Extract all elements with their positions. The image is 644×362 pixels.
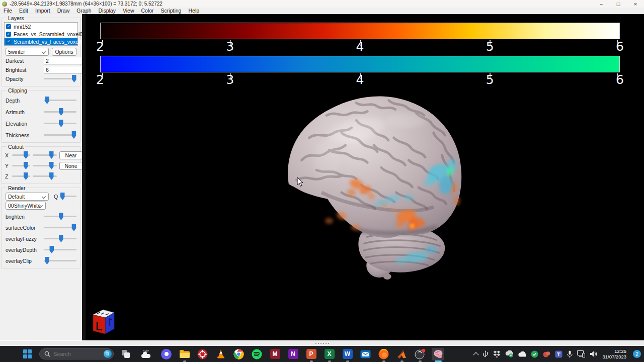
colormap-select[interactable]: 5winter xyxy=(6,48,49,56)
slider-thumb[interactable] xyxy=(24,172,28,180)
slider-thumb[interactable] xyxy=(59,108,63,116)
slider-thumb[interactable] xyxy=(72,75,76,82)
mricrogl-app[interactable] xyxy=(432,348,444,360)
vlc-app[interactable] xyxy=(214,348,227,360)
tray-app-icon[interactable] xyxy=(543,350,550,358)
layer-checkbox[interactable] xyxy=(6,39,11,44)
spotify-app[interactable] xyxy=(251,348,263,360)
file-explorer-app[interactable] xyxy=(178,348,191,360)
loom-app[interactable] xyxy=(160,348,173,360)
red-circle-app[interactable] xyxy=(196,348,209,360)
cutout-x-slider-2[interactable] xyxy=(33,151,57,159)
minimize-button[interactable]: − xyxy=(593,1,610,7)
slider-thumb[interactable] xyxy=(59,235,63,242)
layer-row-scrambled-vs-faces[interactable]: Scrambled_vs_Faces_voxel001_cFWE05 xyxy=(5,38,77,45)
cutout-x-slider-1[interactable] xyxy=(12,151,30,159)
cutout-y-slider-1[interactable] xyxy=(12,162,30,169)
firefox-app[interactable] xyxy=(377,348,390,360)
microphone-icon[interactable] xyxy=(567,350,573,358)
antivirus-check-icon[interactable] xyxy=(531,350,538,358)
slider-thumb[interactable] xyxy=(24,151,28,159)
weather-widget[interactable]: 16° xyxy=(137,348,154,360)
maximize-button[interactable]: □ xyxy=(610,1,627,7)
orientation-cube[interactable]: L xyxy=(89,308,116,337)
display-device-icon[interactable] xyxy=(577,350,585,357)
layer-row-mni152[interactable]: mni152 xyxy=(5,23,77,30)
matlab-app[interactable] xyxy=(395,348,408,360)
cutout-y-slider-2[interactable] xyxy=(33,162,57,169)
close-button[interactable]: × xyxy=(627,1,644,7)
mendeley-app[interactable]: M xyxy=(269,348,281,360)
material-select[interactable]: 00ShinyWhite xyxy=(6,202,46,210)
dropbox-icon[interactable] xyxy=(493,350,501,357)
layer-row-faces-vs-scrambled[interactable]: Faces_vs_Scrambled_voxel001_cFWE05 xyxy=(5,30,77,38)
slider-thumb[interactable] xyxy=(49,246,54,253)
cutout-z-slider-2[interactable] xyxy=(33,172,57,180)
matlab-icon xyxy=(396,349,407,359)
slider-thumb[interactable] xyxy=(49,151,54,159)
excel-app[interactable]: X xyxy=(323,348,336,360)
menu-scripting[interactable]: Scripting xyxy=(157,8,185,14)
menu-edit[interactable]: Edit xyxy=(16,8,32,14)
window-splitter[interactable] xyxy=(0,340,644,346)
darkest-input[interactable] xyxy=(44,57,86,64)
slider-thumb[interactable] xyxy=(71,131,76,139)
cutout-z-slider-1[interactable] xyxy=(12,172,30,180)
menu-file[interactable]: File xyxy=(0,8,16,14)
brighten-slider[interactable] xyxy=(44,213,76,220)
opacity-slider[interactable] xyxy=(44,75,76,82)
word-app[interactable]: W xyxy=(341,348,354,360)
thickness-slider[interactable] xyxy=(44,131,76,139)
menu-draw[interactable]: Draw xyxy=(54,8,73,14)
slider-thumb[interactable] xyxy=(49,172,54,180)
slider-thumb[interactable] xyxy=(45,257,49,264)
menu-color[interactable]: Color xyxy=(138,8,157,14)
elevation-slider[interactable] xyxy=(44,120,76,127)
surfacecolor-slider[interactable] xyxy=(44,224,76,231)
render-viewport[interactable]: 2 3 4 5 6 2 3 4 5 6 xyxy=(86,14,644,340)
render-preset-select[interactable]: Default xyxy=(6,193,49,201)
layer-checkbox[interactable] xyxy=(6,24,11,29)
onenote-app[interactable]: N xyxy=(287,348,299,360)
start-button[interactable] xyxy=(21,348,34,360)
outlook-app[interactable] xyxy=(359,348,372,360)
overlayclip-slider[interactable] xyxy=(44,257,76,264)
options-button[interactable]: Options xyxy=(52,48,76,56)
overlaydepth-slider[interactable] xyxy=(44,246,76,253)
notification-badge[interactable]: 2 xyxy=(633,350,641,358)
brightest-input[interactable] xyxy=(44,66,86,73)
slider-thumb[interactable] xyxy=(45,97,49,104)
taskbar-clock[interactable]: 12:25 31/07/2023 xyxy=(602,348,626,359)
azimuth-slider[interactable] xyxy=(44,108,76,116)
q-slider[interactable] xyxy=(60,193,76,200)
menu-display[interactable]: Display xyxy=(95,8,119,14)
powerpoint-app[interactable]: P xyxy=(305,348,317,360)
layer-checkbox[interactable] xyxy=(6,32,11,37)
depth-slider[interactable] xyxy=(44,97,76,104)
obs-app[interactable] xyxy=(414,348,426,360)
menu-help[interactable]: Help xyxy=(185,8,203,14)
slider-thumb[interactable] xyxy=(24,162,28,169)
none-button[interactable]: None xyxy=(59,162,83,170)
folder-icon xyxy=(179,349,190,358)
onedrive-icon[interactable] xyxy=(518,351,526,357)
chrome-app[interactable] xyxy=(232,348,245,360)
search-input[interactable] xyxy=(53,351,100,357)
search-box[interactable]: b xyxy=(39,348,114,359)
usb-icon[interactable] xyxy=(482,350,489,358)
sync-cloud-icon[interactable] xyxy=(505,350,513,357)
menu-import[interactable]: Import xyxy=(32,8,54,14)
menu-view[interactable]: View xyxy=(119,8,138,14)
teams-icon[interactable] xyxy=(555,350,562,358)
overlayfuzzy-slider[interactable] xyxy=(44,235,76,242)
volume-icon[interactable] xyxy=(590,350,598,357)
slider-thumb[interactable] xyxy=(49,162,54,169)
slider-thumb[interactable] xyxy=(60,193,65,200)
hidden-icons-chevron[interactable] xyxy=(473,352,479,357)
slider-thumb[interactable] xyxy=(59,213,63,220)
slider-thumb[interactable] xyxy=(71,224,76,231)
near-button[interactable]: Near xyxy=(59,151,83,159)
menu-graph[interactable]: Graph xyxy=(73,8,95,14)
task-view-button[interactable] xyxy=(119,348,132,360)
slider-thumb[interactable] xyxy=(59,120,63,127)
